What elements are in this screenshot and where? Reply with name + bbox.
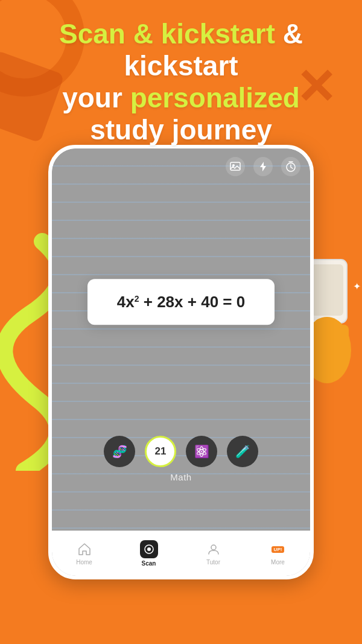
nav-more[interactable]: UP! More bbox=[246, 541, 310, 566]
camera-toolbar bbox=[226, 157, 300, 176]
scan-frame: 4x2 + 28x + 40 = 0 bbox=[176, 304, 186, 314]
subject-icons: 🧬 21 ⚛️ 🧪 bbox=[52, 436, 310, 467]
gallery-icon[interactable] bbox=[226, 157, 245, 176]
svg-rect-4 bbox=[315, 319, 325, 354]
home-icon bbox=[77, 541, 92, 557]
math-subject-btn[interactable]: 21 bbox=[145, 436, 176, 467]
flash-icon[interactable] bbox=[253, 157, 273, 176]
more-up-icon: UP! bbox=[270, 541, 286, 557]
svg-text:✦: ✦ bbox=[353, 281, 361, 292]
nav-tutor[interactable]: Tutor bbox=[181, 541, 246, 566]
svg-rect-5 bbox=[327, 321, 337, 355]
svg-rect-1 bbox=[311, 264, 343, 316]
headline-personalized: personalized bbox=[130, 82, 300, 113]
timer-icon[interactable] bbox=[281, 157, 300, 176]
tutor-label: Tutor bbox=[206, 559, 220, 566]
flask-subject-btn[interactable]: 🧪 bbox=[227, 436, 258, 467]
home-label: Home bbox=[76, 559, 92, 566]
scan-corners-wrapper: 4x2 + 28x + 40 = 0 bbox=[176, 304, 186, 314]
equation-display: 4x2 + 28x + 40 = 0 bbox=[102, 291, 260, 313]
headline-your: your bbox=[62, 82, 130, 113]
svg-point-13 bbox=[147, 547, 151, 551]
headline-study: study journey bbox=[90, 114, 272, 145]
more-label: More bbox=[271, 559, 285, 566]
scan-label: Scan bbox=[142, 560, 156, 567]
scan-box: 4x2 + 28x + 40 = 0 bbox=[87, 279, 275, 325]
camera-area: 4x2 + 28x + 40 = 0 Math 🧬 21 ⚛️ 🧪 bbox=[52, 148, 310, 531]
phone-inner: 4x2 + 28x + 40 = 0 Math 🧬 21 ⚛️ 🧪 bbox=[52, 148, 310, 576]
phone-mockup: 4x2 + 28x + 40 = 0 Math 🧬 21 ⚛️ 🧪 bbox=[48, 145, 314, 579]
tutor-icon bbox=[206, 541, 221, 557]
headline: Scan & kickstart & kickstart your person… bbox=[12, 18, 350, 146]
nav-scan[interactable]: Scan bbox=[116, 540, 181, 567]
svg-rect-6 bbox=[339, 325, 349, 355]
dna-subject-btn[interactable]: 🧬 bbox=[104, 436, 135, 467]
up-badge: UP! bbox=[272, 546, 285, 553]
headline-scan: Scan & kickstart bbox=[59, 18, 275, 49]
atom-subject-btn[interactable]: ⚛️ bbox=[186, 436, 217, 467]
svg-rect-9 bbox=[230, 162, 240, 170]
bottom-nav: Home Scan Tutor bbox=[52, 531, 310, 576]
scan-icon bbox=[140, 540, 158, 558]
subject-label: Math bbox=[52, 472, 310, 482]
header-section: Scan & kickstart & kickstart your person… bbox=[0, 18, 362, 146]
svg-point-14 bbox=[211, 545, 216, 550]
nav-home[interactable]: Home bbox=[52, 541, 116, 566]
